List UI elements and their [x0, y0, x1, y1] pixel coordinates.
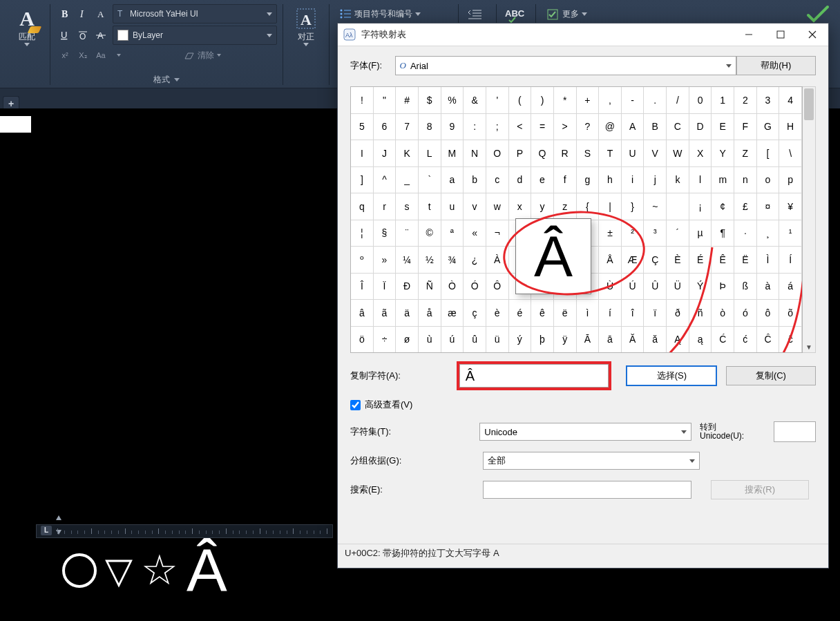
char-cell[interactable]: ¿: [464, 247, 486, 274]
char-cell[interactable]: ÷: [374, 327, 397, 354]
layer-dropdown[interactable]: ByLayer: [113, 26, 277, 45]
char-cell[interactable]: Ā: [577, 327, 600, 354]
char-cell[interactable]: º: [351, 247, 374, 274]
char-cell[interactable]: i: [622, 167, 645, 194]
char-cell[interactable]: õ: [779, 300, 802, 327]
char-cell[interactable]: u: [441, 193, 464, 220]
char-cell[interactable]: ê: [531, 300, 554, 327]
char-cell[interactable]: P: [509, 140, 532, 167]
char-cell[interactable]: È: [667, 247, 689, 274]
char-cell[interactable]: T: [599, 140, 622, 167]
char-cell[interactable]: æ: [441, 300, 464, 327]
char-cell[interactable]: ~: [644, 193, 667, 220]
char-cell[interactable]: á: [779, 274, 802, 300]
char-cell[interactable]: Þ: [712, 274, 734, 300]
scroll-down[interactable]: ▼: [803, 341, 815, 352]
italic-button[interactable]: I: [75, 6, 90, 21]
char-cell[interactable]: V: [644, 140, 667, 167]
char-cell[interactable]: ¸: [757, 220, 780, 247]
char-cell[interactable]: §: [374, 220, 397, 247]
char-cell[interactable]: H: [779, 114, 802, 141]
char-cell[interactable]: ": [374, 87, 397, 114]
char-cell[interactable]: _: [396, 167, 419, 194]
copy-field[interactable]: Â: [459, 364, 609, 388]
char-cell[interactable]: Ą: [667, 327, 689, 354]
char-cell[interactable]: ?: [577, 114, 600, 141]
char-cell[interactable]: h: [599, 167, 622, 194]
char-cell[interactable]: ': [486, 87, 509, 114]
align-button[interactable]: A 对正: [289, 3, 323, 61]
char-cell[interactable]: ¥: [779, 193, 802, 220]
char-cell[interactable]: }: [622, 193, 645, 220]
clear-button[interactable]: 清除: [128, 50, 277, 61]
char-cell[interactable]: ¡: [689, 193, 712, 220]
char-cell[interactable]: Ĉ: [757, 327, 780, 354]
char-cell[interactable]: Ë: [734, 247, 757, 274]
case-button[interactable]: Aa: [93, 48, 108, 63]
underline-button[interactable]: U: [57, 28, 73, 43]
char-cell[interactable]: Û: [644, 274, 667, 300]
char-cell[interactable]: ·: [734, 220, 757, 247]
char-cell[interactable]: F: [734, 114, 757, 141]
char-cell[interactable]: Ü: [667, 274, 689, 300]
char-cell[interactable]: ¨: [396, 220, 419, 247]
char-cell[interactable]: ë: [554, 300, 577, 327]
char-cell[interactable]: J: [374, 140, 397, 167]
char-cell[interactable]: î: [622, 300, 645, 327]
char-cell[interactable]: M: [441, 140, 464, 167]
char-cell[interactable]: Ç: [644, 247, 667, 274]
char-cell[interactable]: ø: [396, 327, 419, 354]
goto-input[interactable]: [774, 421, 816, 442]
close-button[interactable]: [796, 23, 828, 46]
char-cell[interactable]: ô: [757, 300, 780, 327]
char-cell[interactable]: ð: [667, 300, 689, 327]
char-cell[interactable]: [667, 193, 689, 220]
char-cell[interactable]: g: [577, 167, 600, 194]
char-cell[interactable]: f: [554, 167, 577, 194]
char-cell[interactable]: ß: [734, 274, 757, 300]
char-cell[interactable]: W: [667, 140, 689, 167]
char-cell[interactable]: x: [509, 193, 532, 220]
char-cell[interactable]: m: [712, 167, 734, 194]
char-cell[interactable]: U: [622, 140, 645, 167]
char-cell[interactable]: z: [554, 193, 577, 220]
char-cell[interactable]: ą: [689, 327, 712, 354]
char-cell[interactable]: Ú: [622, 274, 645, 300]
char-cell[interactable]: R: [554, 140, 577, 167]
char-cell[interactable]: ¹: [779, 220, 802, 247]
char-cell[interactable]: -: [622, 87, 645, 114]
char-cell[interactable]: ĉ: [779, 327, 802, 354]
font-combo[interactable]: O Arial: [395, 56, 736, 75]
char-cell[interactable]: ª: [441, 220, 464, 247]
char-cell[interactable]: k: [667, 167, 689, 194]
font-dropdown[interactable]: T Microsoft YaHei UI: [113, 4, 277, 23]
char-cell[interactable]: »: [374, 247, 397, 274]
char-cell[interactable]: (: [509, 87, 532, 114]
grid-scrollbar[interactable]: ▲ ▼: [803, 86, 816, 353]
char-cell[interactable]: c: [486, 167, 509, 194]
char-cell[interactable]: O: [486, 140, 509, 167]
char-cell[interactable]: ú: [441, 327, 464, 354]
char-cell[interactable]: A: [622, 114, 645, 141]
char-cell[interactable]: s: [396, 193, 419, 220]
char-cell[interactable]: >: [554, 114, 577, 141]
char-cell[interactable]: \: [779, 140, 802, 167]
char-cell[interactable]: *: [554, 87, 577, 114]
char-cell[interactable]: <: [509, 114, 532, 141]
char-cell[interactable]: ï: [644, 300, 667, 327]
overline-button[interactable]: O: [75, 28, 90, 43]
char-cell[interactable]: q: [351, 193, 374, 220]
char-cell[interactable]: N: [464, 140, 486, 167]
char-cell[interactable]: X: [689, 140, 712, 167]
superscript-button[interactable]: x²: [57, 48, 73, 63]
char-cell[interactable]: Ă: [622, 327, 645, 354]
char-cell[interactable]: ,: [599, 87, 622, 114]
tab-type-button[interactable]: L: [41, 526, 52, 535]
char-cell[interactable]: 5: [351, 114, 374, 141]
char-cell[interactable]: ¬: [486, 220, 509, 247]
char-cell[interactable]: w: [486, 193, 509, 220]
char-cell[interactable]: Î: [351, 274, 374, 300]
char-cell[interactable]: Í: [779, 247, 802, 274]
char-cell[interactable]: û: [464, 327, 486, 354]
char-cell[interactable]: ì: [577, 300, 600, 327]
